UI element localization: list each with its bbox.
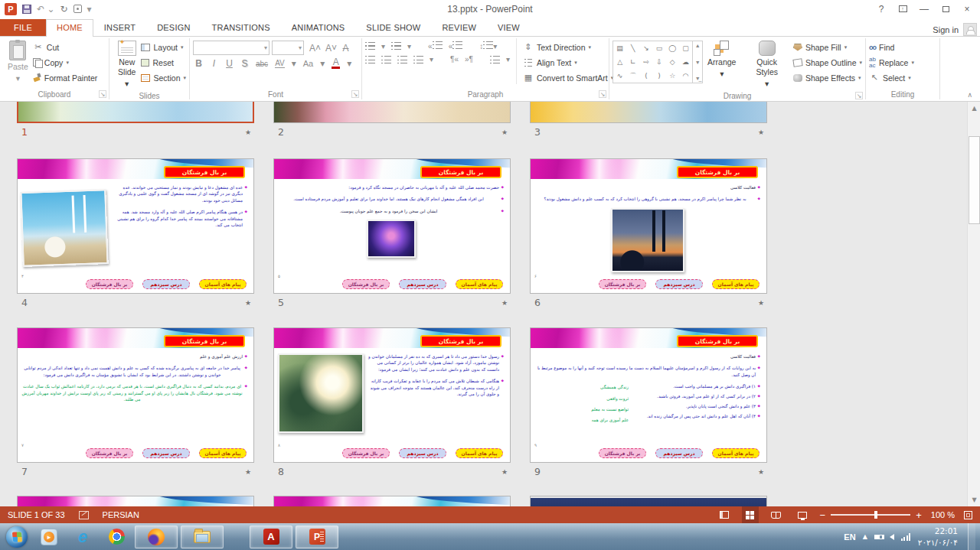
new-slide-button[interactable]: New Slide▾	[113, 38, 141, 91]
align-left-icon[interactable]	[365, 56, 375, 63]
taskbar-chrome[interactable]	[101, 526, 132, 548]
rectangle-shape-icon[interactable]: ▭	[656, 44, 663, 52]
account-avatar[interactable]	[963, 23, 977, 36]
font-name-combo[interactable]: ▾	[193, 41, 270, 55]
scroll-up-arrow[interactable]: ▲	[968, 102, 980, 115]
taskbar-acrobat[interactable]: A	[250, 526, 292, 548]
layout-button[interactable]: Layout▾	[141, 41, 186, 54]
slide-thumbnail-1[interactable]	[17, 102, 254, 123]
textbox-shape-icon[interactable]: ▤	[616, 44, 623, 52]
clipboard-dialog-launcher[interactable]: ↘	[99, 90, 106, 98]
change-case-button[interactable]: Aa	[303, 59, 313, 68]
shape-outline-button[interactable]: Shape Outline▾	[793, 56, 862, 69]
tab-file[interactable]: FILE	[0, 19, 46, 36]
speaker-icon[interactable]	[890, 534, 894, 540]
slide-thumbnail-11[interactable]: بر بال فرشتگان	[273, 496, 511, 506]
help-button[interactable]: ?	[871, 2, 891, 16]
language-tray-indicator[interactable]: EN	[844, 532, 855, 542]
undo-icon[interactable]: ↶ ⌄	[37, 5, 54, 14]
tab-transitions[interactable]: TRANSITIONS	[201, 20, 281, 36]
ltr-direction-icon[interactable]: ¶«	[450, 55, 459, 63]
section-button[interactable]: Section▾	[141, 71, 186, 84]
tab-view[interactable]: VIEW	[487, 20, 531, 36]
zoom-level[interactable]: 100 %	[931, 510, 955, 519]
scribble-shape-icon[interactable]: ∿	[617, 72, 623, 80]
slide-thumbnail-12[interactable]	[530, 496, 767, 506]
show-desktop-button[interactable]	[968, 523, 975, 550]
arc-shape-icon[interactable]: ⌒	[629, 71, 636, 81]
select-button[interactable]: ↖Select▾	[869, 71, 914, 84]
align-text-button[interactable]: Align Text▾	[523, 56, 613, 69]
taskbar-firefox[interactable]	[135, 526, 178, 548]
zoom-out-button[interactable]: −	[820, 510, 826, 520]
clear-formatting-button[interactable]: A	[341, 43, 350, 54]
text-shadow-button[interactable]: S	[240, 58, 249, 69]
rtl-direction-icon[interactable]: »¶	[465, 55, 473, 63]
elbow-shape-icon[interactable]: ∟	[630, 58, 636, 66]
tab-review[interactable]: REVIEW	[431, 20, 487, 36]
curve-shape-icon[interactable]: ◠	[683, 72, 689, 80]
collapse-ribbon-icon[interactable]: ∧	[967, 91, 972, 99]
sign-in-link[interactable]: Sign in	[933, 25, 959, 34]
slide-thumbnail-3[interactable]	[530, 102, 767, 123]
arrange-button[interactable]: Arrange▾	[703, 38, 740, 81]
close-button[interactable]: ×	[957, 2, 977, 16]
align-right-icon[interactable]	[397, 56, 407, 63]
diamond-shape-icon[interactable]: ◇	[670, 58, 675, 66]
minimize-button[interactable]: —	[914, 2, 934, 16]
grow-font-button[interactable]: A˄	[309, 43, 321, 54]
zoom-slider[interactable]	[831, 514, 910, 516]
slide-thumbnail-5[interactable]: بر بال فرشتگان ◆حضرت محمد صلی الله علیه …	[273, 158, 511, 294]
slide-thumbnail-9[interactable]: بر بال فرشتگان ◆فعالیت کلاسی◆به این روای…	[530, 327, 767, 463]
convert-to-smartart-button[interactable]: ▦Convert to SmartArt▾	[523, 71, 613, 84]
underline-button[interactable]: U	[225, 58, 234, 69]
slide-sorter-view-button[interactable]	[742, 506, 759, 523]
columns-icon[interactable]	[490, 56, 500, 63]
format-painter-button[interactable]: Format Painter	[33, 71, 97, 84]
triangle-shape-icon[interactable]: △	[617, 58, 622, 66]
character-spacing-button[interactable]: AV	[275, 59, 285, 68]
start-button[interactable]	[6, 526, 28, 548]
scrollbar-thumb[interactable]	[969, 136, 980, 224]
shapes-more[interactable]: ▼̲	[695, 76, 701, 81]
cloud-shape-icon[interactable]: ☁	[682, 58, 689, 66]
slide-thumbnail-8[interactable]: بر بال فرشتگان ◆رسول خدا دستور می داد تا…	[273, 327, 511, 463]
taskbar-internet-explorer[interactable]: e	[67, 526, 98, 548]
reset-button[interactable]: Reset	[141, 56, 186, 69]
reading-view-button[interactable]	[768, 506, 785, 523]
fit-slide-to-window-button[interactable]	[964, 511, 972, 519]
italic-button[interactable]: I	[210, 58, 218, 69]
zoom-in-button[interactable]: +	[916, 510, 922, 520]
scroll-down-arrow[interactable]: ▼	[968, 493, 980, 506]
shapes-gallery[interactable]: ▤╲↘▭◯▢ △∟⇨⇩◇☁ ∿⌒()☆◠ ▲▼▼̲	[612, 41, 703, 83]
hidden-icons-arrow[interactable]: ▲	[863, 533, 867, 540]
font-color-button[interactable]: A	[332, 58, 340, 69]
save-icon[interactable]	[22, 5, 31, 14]
slide-thumbnail-2[interactable]	[273, 102, 511, 123]
justify-icon[interactable]	[413, 56, 423, 63]
numbering-icon[interactable]	[391, 42, 401, 50]
find-button[interactable]: ooFind	[869, 41, 914, 54]
tab-home[interactable]: HOME	[46, 19, 93, 37]
tab-design[interactable]: DESIGN	[146, 20, 201, 36]
right-brace-shape-icon[interactable]: )	[658, 72, 661, 80]
star-shape-icon[interactable]: ☆	[669, 72, 675, 80]
slide-thumbnail-6[interactable]: بر بال فرشتگان ◆فعالیت کلاسی◆به نظر شما …	[530, 158, 767, 294]
quick-styles-button[interactable]: Quick Styles▾	[740, 38, 792, 91]
increase-indent-icon[interactable]: «	[449, 41, 463, 50]
left-brace-shape-icon[interactable]: (	[645, 72, 648, 80]
taskbar-file-explorer[interactable]	[181, 526, 224, 548]
slide-sorter-canvas[interactable]: 1★2★3★ بر بال فرشتگان ◆عده ای مشغول دعا …	[0, 102, 980, 506]
shape-effects-button[interactable]: Shape Effects▾	[793, 71, 862, 84]
strikethrough-button[interactable]: abc	[256, 60, 268, 68]
tab-animations[interactable]: ANIMATIONS	[281, 20, 356, 36]
right-arrow-shape-icon[interactable]: ⇨	[643, 58, 649, 66]
customize-qat-icon[interactable]: ▾	[87, 5, 92, 14]
cut-button[interactable]: ✂Cut	[33, 41, 97, 54]
redo-icon[interactable]: ↻	[60, 5, 67, 14]
copy-button[interactable]: Copy▾	[33, 56, 97, 69]
vertical-scrollbar[interactable]: ▲ ▼	[967, 102, 980, 506]
slideshow-view-button[interactable]	[794, 506, 811, 523]
tab-insert[interactable]: INSERT	[93, 20, 146, 36]
shapes-scroll-down[interactable]: ▼	[695, 60, 701, 65]
